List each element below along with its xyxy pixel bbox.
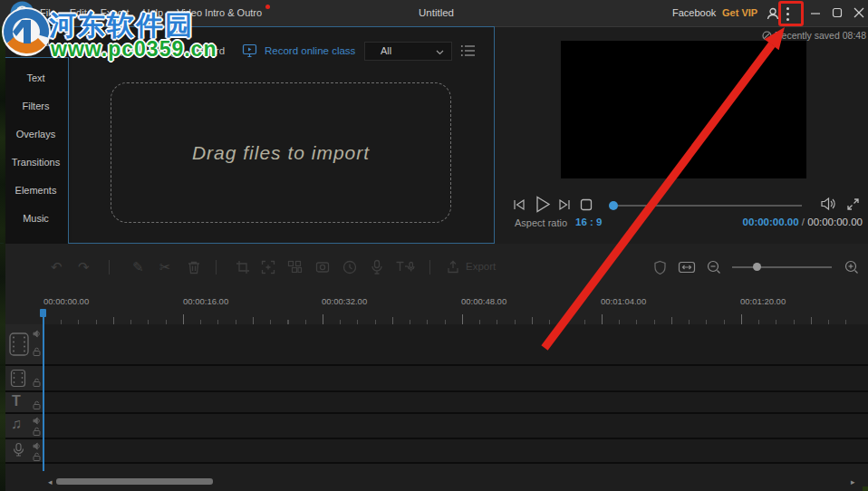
pip-track-header <box>0 366 43 390</box>
split-icon[interactable]: ✂ <box>159 259 171 274</box>
speaker-icon[interactable] <box>33 442 41 450</box>
video-preview-screen <box>561 41 806 178</box>
export-icon <box>446 260 460 274</box>
text-track-header: T <box>0 392 43 412</box>
maximize-button[interactable] <box>831 6 844 19</box>
sidebar: Text Filters Overlays Transitions Elemen… <box>4 57 69 244</box>
track-separator <box>0 462 868 464</box>
media-filter-value: All <box>381 45 391 56</box>
mosaic-icon[interactable] <box>287 260 303 274</box>
drag-drop-import-zone[interactable]: Drag files to import <box>111 82 451 223</box>
ruler-label: 00:01:20.00 <box>740 296 786 306</box>
minimize-button[interactable] <box>809 6 822 19</box>
playhead-handle[interactable] <box>40 309 46 317</box>
zoom-in-icon[interactable] <box>844 260 859 274</box>
music-track-row: ♫ <box>0 414 868 438</box>
timeline-zoom-handle[interactable] <box>753 263 761 271</box>
list-view-icon[interactable] <box>460 44 476 57</box>
zoom-effect-icon[interactable] <box>261 260 275 274</box>
export-button[interactable]: Export <box>466 261 496 272</box>
next-frame-button[interactable] <box>556 197 573 213</box>
snapshot-icon[interactable] <box>315 260 330 274</box>
zoom-out-icon[interactable] <box>707 260 721 274</box>
current-time: 00:00:00.00 <box>743 217 799 227</box>
fit-timeline-icon[interactable] <box>678 261 696 274</box>
lock-icon[interactable] <box>33 378 41 387</box>
preview-progress-handle[interactable] <box>609 201 618 210</box>
desktop-edge <box>863 486 868 491</box>
timeline-zoom-track[interactable] <box>732 266 832 268</box>
sidebar-item-transitions[interactable]: Transitions <box>4 149 68 177</box>
lock-icon[interactable] <box>33 452 41 461</box>
get-vip-link[interactable]: Get VIP <box>722 0 757 26</box>
text-track-lane <box>43 392 868 412</box>
timeline-tracks: T ♫ <box>0 324 868 491</box>
pip-track-lane <box>43 366 868 390</box>
watermark-shield-icon[interactable] <box>654 260 666 274</box>
sidebar-item-music[interactable]: Music <box>4 205 68 233</box>
lock-icon[interactable] <box>33 400 41 409</box>
record-online-class-icon <box>242 43 257 58</box>
volume-icon[interactable] <box>820 196 838 212</box>
timeline-section: ↶ ↷ ✎ ✂ Export <box>0 244 868 491</box>
ruler-label: 00:00:00.00 <box>43 296 89 306</box>
lock-icon[interactable] <box>33 427 41 436</box>
divider <box>216 260 217 274</box>
playhead[interactable] <box>43 310 44 471</box>
media-filter-dropdown[interactable]: All <box>364 42 452 61</box>
preview-progress-track[interactable] <box>618 205 802 207</box>
timecode: 00:00:00.00 / 00:00:00.00 <box>743 217 863 227</box>
close-button[interactable] <box>853 6 865 19</box>
video-track-row <box>0 324 868 364</box>
microphone-icon <box>13 442 24 457</box>
aspect-ratio-value[interactable]: 16 : 9 <box>575 217 602 227</box>
scroll-left-arrow[interactable]: ◂ <box>48 477 53 486</box>
autosave-icon <box>762 31 772 41</box>
play-button[interactable] <box>533 194 553 215</box>
speaker-icon[interactable] <box>33 330 41 338</box>
delete-icon[interactable] <box>187 260 201 274</box>
ruler-label: 00:00:48.00 <box>461 296 506 306</box>
sidebar-item-filters[interactable]: Filters <box>4 92 68 120</box>
project-title: Untitled <box>419 0 454 26</box>
scroll-right-arrow[interactable]: ▸ <box>851 477 855 486</box>
ruler-label: 00:00:16.00 <box>183 296 228 306</box>
preview-panel: Recently saved 08:48 Aspect ratio 16 : 9… <box>495 26 868 244</box>
text-icon: T <box>12 393 21 409</box>
ruler-label: 00:00:32.00 <box>322 296 367 306</box>
new-feature-dot <box>265 5 270 9</box>
text-to-speech-icon[interactable] <box>395 260 415 274</box>
redo-icon[interactable]: ↷ <box>78 259 90 274</box>
sidebar-item-overlays[interactable]: Overlays <box>4 120 68 149</box>
divider <box>429 260 430 274</box>
annotation-highlight-box <box>778 1 804 26</box>
crop-icon[interactable] <box>236 260 250 274</box>
timeline-scrollbar-thumb[interactable] <box>56 478 213 485</box>
dropzone-label: Drag files to import <box>192 142 370 164</box>
total-time: 00:00:00.00 <box>807 217 863 227</box>
music-track-header: ♫ <box>0 414 43 438</box>
undo-icon[interactable]: ↶ <box>51 259 63 274</box>
record-online-class-button[interactable]: Record online class <box>265 42 355 60</box>
edit-icon[interactable]: ✎ <box>132 259 144 274</box>
sidebar-item-elements[interactable]: Elements <box>4 177 68 205</box>
watermark-logo-icon <box>0 5 53 58</box>
duration-icon[interactable] <box>342 260 357 274</box>
speaker-icon[interactable] <box>33 417 41 425</box>
recently-saved-status: Recently saved 08:48 <box>762 30 866 41</box>
video-track-header <box>0 324 43 364</box>
timeline-ruler[interactable]: 00:00:00.00 00:00:16.00 00:00:32.00 00:0… <box>0 296 868 324</box>
video-track-lane <box>43 324 868 364</box>
previous-frame-button[interactable] <box>511 197 527 213</box>
voiceover-icon[interactable] <box>371 259 383 274</box>
stop-button[interactable] <box>579 197 593 212</box>
chevron-down-icon <box>436 50 444 55</box>
facebook-link[interactable]: Facebook <box>672 0 716 26</box>
aspect-ratio-label: Aspect ratio <box>515 217 567 228</box>
sidebar-item-text[interactable]: Text <box>4 64 68 92</box>
voiceover-track-row <box>0 439 868 462</box>
music-note-icon: ♫ <box>11 416 22 432</box>
music-track-lane <box>43 414 868 438</box>
fullscreen-icon[interactable] <box>846 197 860 211</box>
lock-icon[interactable] <box>33 347 41 356</box>
